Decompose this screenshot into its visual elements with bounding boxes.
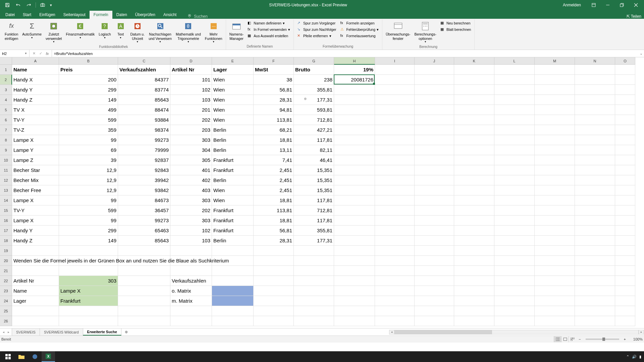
cell[interactable]: 299 [59, 226, 118, 236]
cell[interactable] [12, 316, 59, 326]
math-trig-button[interactable]: θMathematik und Trigonometrie▼ [174, 20, 202, 44]
cell[interactable]: Wenden Sie die Formel jeweils in der Grü… [12, 256, 59, 266]
cell[interactable] [454, 276, 494, 286]
cell[interactable]: 202 [170, 205, 212, 216]
cell[interactable] [575, 216, 615, 226]
cell[interactable] [494, 276, 535, 286]
cell[interactable] [535, 165, 575, 175]
cell[interactable]: Lampe X [12, 195, 59, 205]
cell[interactable]: 203 [170, 125, 212, 135]
cell[interactable] [615, 306, 635, 316]
cell[interactable] [615, 216, 635, 226]
row-header[interactable]: 12 [0, 175, 12, 185]
zoom-level[interactable]: 100% [629, 337, 643, 341]
cell[interactable] [294, 306, 334, 316]
scroll-left-button[interactable]: ◂ [389, 330, 394, 335]
cell[interactable] [615, 185, 635, 195]
row-header[interactable]: 6 [0, 115, 12, 125]
cell[interactable] [334, 296, 375, 306]
cell[interactable] [118, 316, 170, 326]
cell[interactable] [575, 246, 615, 256]
cell[interactable] [575, 236, 615, 246]
cell[interactable]: 39 [59, 155, 118, 165]
cell[interactable] [454, 266, 494, 276]
row-header[interactable]: 7 [0, 125, 12, 135]
row-header[interactable]: 17 [0, 226, 12, 236]
cell[interactable]: 84377 [118, 75, 170, 85]
cell[interactable] [615, 65, 635, 75]
cell[interactable] [575, 195, 615, 205]
cell[interactable] [535, 65, 575, 75]
cell[interactable] [575, 276, 615, 286]
cell[interactable] [375, 276, 415, 286]
cell[interactable] [535, 226, 575, 236]
cell[interactable] [454, 135, 494, 145]
lookup-button[interactable]: Nachschlagen und Verweisen▼ [147, 20, 173, 44]
cell[interactable] [454, 155, 494, 165]
cell[interactable] [575, 135, 615, 145]
cell[interactable] [575, 266, 615, 276]
cell[interactable] [375, 306, 415, 316]
cell[interactable] [494, 125, 535, 135]
cell[interactable] [415, 175, 454, 185]
cell[interactable] [454, 175, 494, 185]
cell[interactable] [375, 175, 415, 185]
cell[interactable]: 85643 [118, 236, 170, 246]
cell[interactable]: 303 [170, 195, 212, 205]
cell[interactable] [454, 95, 494, 105]
cell[interactable] [415, 75, 454, 85]
cell[interactable] [535, 125, 575, 135]
row-header[interactable]: 23 [0, 286, 12, 296]
cell[interactable]: Frankfurt [212, 165, 254, 175]
cell[interactable] [494, 155, 535, 165]
cell[interactable] [615, 105, 635, 115]
column-header[interactable]: H [334, 57, 375, 65]
cell[interactable] [415, 185, 454, 195]
cell[interactable]: Preis [59, 65, 118, 75]
cell[interactable]: 93884 [118, 115, 170, 125]
cell[interactable] [494, 145, 535, 155]
cell[interactable] [118, 296, 170, 306]
cell[interactable]: 177,31 [294, 236, 334, 246]
cell[interactable] [254, 256, 294, 266]
cell[interactable] [12, 306, 59, 316]
ribbon-display-icon[interactable] [587, 0, 600, 10]
cell[interactable] [118, 276, 170, 286]
cell[interactable] [575, 95, 615, 105]
cell[interactable] [615, 205, 635, 216]
cell[interactable]: 299 [59, 85, 118, 95]
cell[interactable] [375, 75, 415, 85]
cell[interactable]: m. Matrix [170, 296, 212, 306]
cell[interactable] [118, 286, 170, 296]
select-all-corner[interactable] [0, 57, 12, 65]
row-header[interactable]: 5 [0, 105, 12, 115]
column-header[interactable]: F [254, 57, 294, 65]
cell[interactable] [334, 236, 375, 246]
cell[interactable] [294, 286, 334, 296]
cell[interactable] [494, 306, 535, 316]
cell[interactable] [494, 185, 535, 195]
cell[interactable] [375, 135, 415, 145]
more-functions-button[interactable]: ⋯Mehr Funktionen▼ [204, 20, 224, 44]
cell[interactable] [535, 205, 575, 216]
cell[interactable]: 18,81 [254, 195, 294, 205]
cell[interactable] [118, 246, 170, 256]
cell[interactable]: 28,31 [254, 236, 294, 246]
cell[interactable] [494, 236, 535, 246]
row-header[interactable]: 18 [0, 236, 12, 246]
cell[interactable] [375, 65, 415, 75]
cell[interactable] [575, 165, 615, 175]
row-header[interactable]: 3 [0, 85, 12, 95]
save-button[interactable] [3, 1, 12, 9]
cell[interactable] [59, 266, 118, 276]
cell[interactable]: 403 [170, 185, 212, 195]
cell[interactable] [454, 125, 494, 135]
cell[interactable] [254, 316, 294, 326]
cell[interactable]: Handy Y [12, 85, 59, 95]
cell[interactable]: Lampe X [12, 135, 59, 145]
cell[interactable] [535, 195, 575, 205]
cell[interactable] [535, 185, 575, 195]
cell[interactable] [375, 246, 415, 256]
cell[interactable] [575, 75, 615, 85]
cell[interactable] [334, 175, 375, 185]
